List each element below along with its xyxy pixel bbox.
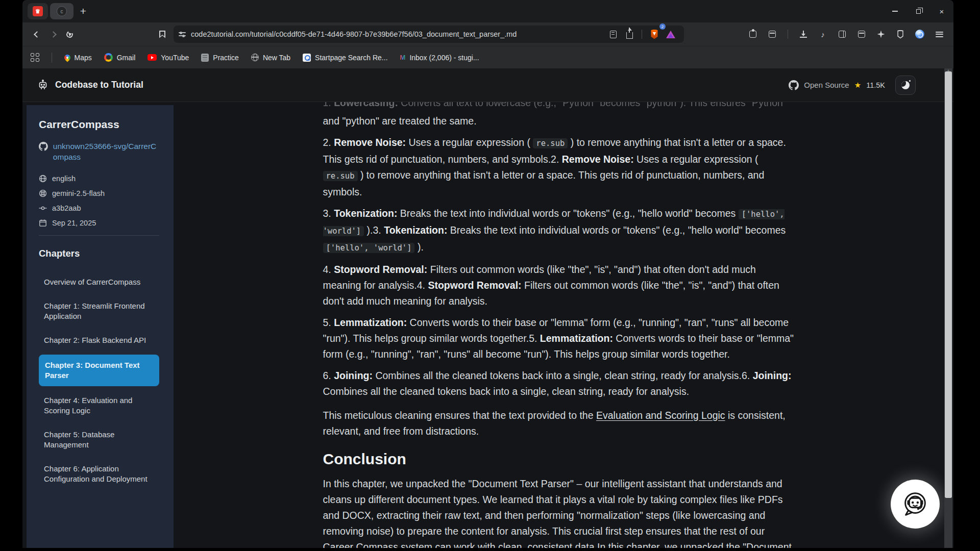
- robot-chat-icon: [899, 488, 931, 520]
- bookmark-inbox[interactable]: MInbox (2,006) - stugi...: [400, 54, 479, 62]
- date-value: Sep 21, 2025: [52, 219, 96, 227]
- model-value: gemini-2.5-flash: [52, 189, 105, 197]
- inline-code: re.sub: [533, 138, 568, 148]
- browser-window: ♛ c + × code2tutorial.com/tutorial/c0cdd…: [22, 0, 953, 548]
- hamburger-icon: [936, 32, 943, 37]
- reader-mode-button[interactable]: [605, 26, 621, 42]
- model-icon: [39, 189, 47, 197]
- share-icon: [626, 32, 633, 39]
- share-button[interactable]: [621, 26, 638, 42]
- chapter-item[interactable]: Overview of CarrerCompass: [39, 272, 159, 292]
- back-button[interactable]: [29, 26, 45, 42]
- bookmark-new-tab[interactable]: New Tab: [251, 54, 290, 62]
- chapter-label: Chapter 3: Document Text Parser: [45, 361, 140, 380]
- browser-scrollbar[interactable]: ▲: [944, 68, 952, 548]
- bookmark-youtube[interactable]: YouTube: [148, 54, 189, 62]
- reload-button[interactable]: [61, 26, 78, 42]
- commit-value: a3b2aab: [52, 204, 81, 212]
- sidebar-card-button[interactable]: [764, 26, 780, 42]
- apps-grid-button[interactable]: [31, 53, 39, 62]
- numbered-step: 5. Lemmatization: Converts words to thei…: [323, 315, 796, 362]
- open-source-link[interactable]: Open Source: [804, 81, 849, 89]
- meta-language: english: [39, 174, 159, 183]
- bookmark-startpage[interactable]: Startpage Search Re...: [303, 54, 387, 62]
- repo-link[interactable]: unknown253666-svg/CarrerCompass: [53, 141, 159, 162]
- forward-icon: [50, 31, 57, 38]
- list-item-continuation: and "python" are treated the same.: [323, 113, 796, 129]
- bookmarks-divider: [52, 53, 52, 63]
- tab-pinned[interactable]: ♛: [28, 3, 48, 19]
- leo-ai-button[interactable]: [912, 26, 928, 42]
- sidebar-toggle-button[interactable]: [834, 26, 850, 42]
- numbered-step: 3. Tokenization: Breaks the text into in…: [323, 206, 796, 256]
- minimize-button[interactable]: [883, 0, 906, 22]
- brave-rewards-button[interactable]: [663, 26, 679, 42]
- youtube-icon: [148, 54, 157, 61]
- chapter-item[interactable]: Chapter 3: Document Text Parser: [39, 355, 159, 386]
- site-header: Codebase to Tutorial Open Source ★ 11.5K: [22, 68, 953, 102]
- calendar-icon: [39, 219, 47, 227]
- brave-shields-button[interactable]: 2: [646, 26, 663, 42]
- highlights-button[interactable]: [873, 26, 889, 42]
- minimize-icon: [892, 11, 898, 12]
- inline-code: ['hello', 'world']: [323, 243, 415, 253]
- browser-toolbar: code2tutorial.com/tutorial/c0cddf05-de71…: [22, 22, 953, 46]
- web-page: Codebase to Tutorial Open Source ★ 11.5K…: [22, 68, 953, 548]
- theme-toggle-button[interactable]: [895, 76, 916, 95]
- downloads-button[interactable]: [795, 26, 812, 42]
- chapter-label: Chapter 6: Application Configuration and…: [44, 464, 148, 483]
- article-area: 1. Lowercasing: Converts all text to low…: [174, 102, 945, 548]
- apps-grid-icon: [31, 53, 39, 62]
- stars-count: 11.5K: [866, 81, 885, 89]
- url-text[interactable]: code2tutorial.com/tutorial/c0cddf05-de71…: [191, 30, 605, 38]
- reload-icon: [65, 30, 74, 39]
- maximize-icon: [916, 9, 921, 14]
- shield-outline-icon: [897, 30, 904, 39]
- browser-scrollbar-thumb[interactable]: [945, 71, 952, 498]
- chapter-item[interactable]: Chapter 1: Streamlit Frontend Applicatio…: [39, 296, 159, 326]
- bookmark-practice[interactable]: Practice: [201, 54, 239, 62]
- privacy-hub-button[interactable]: [892, 26, 909, 42]
- menu-button[interactable]: [931, 26, 947, 42]
- new-tab-button[interactable]: +: [76, 4, 91, 19]
- bookmark-button[interactable]: [154, 26, 170, 42]
- chapters-heading: Chapters: [39, 248, 159, 259]
- reader-mode-icon: [610, 31, 617, 38]
- bookmark-label: Maps: [75, 54, 92, 62]
- project-meta: english gemini-2.5-flash a3b2aab: [39, 174, 159, 227]
- globe-favicon-icon: [251, 54, 259, 61]
- back-icon: [34, 31, 40, 38]
- close-button[interactable]: ×: [930, 0, 953, 22]
- media-button[interactable]: ♪: [815, 26, 831, 42]
- bookmark-label: YouTube: [161, 54, 189, 62]
- github-icon[interactable]: [789, 80, 799, 90]
- urlbar-divider: [642, 30, 642, 39]
- page-body: CarrerCompass unknown253666-svg/CarrerCo…: [22, 102, 953, 548]
- bookmark-gmail[interactable]: Gmail: [104, 53, 136, 62]
- conclusion-heading: Conclusion: [323, 450, 796, 468]
- inline-link[interactable]: Evaluation and Scoring Logic: [596, 410, 725, 421]
- forward-button[interactable]: [45, 26, 61, 42]
- chat-assistant-button[interactable]: [891, 480, 940, 529]
- chapter-item[interactable]: Chapter 2: Flask Backend API: [39, 331, 159, 350]
- site-title: Codebase to Tutorial: [55, 80, 143, 90]
- bookmark-maps[interactable]: Maps: [64, 54, 92, 62]
- chapter-item[interactable]: Chapter 6: Application Configuration and…: [39, 459, 159, 489]
- address-bar[interactable]: code2tutorial.com/tutorial/c0cddf05-de71…: [174, 26, 684, 43]
- extensions-button[interactable]: [745, 26, 761, 42]
- tab-active[interactable]: c: [50, 3, 74, 19]
- wallet-button[interactable]: [853, 26, 870, 42]
- chapters-nav: Overview of CarrerCompass Chapter 1: Str…: [39, 272, 159, 489]
- header-right: Open Source ★ 11.5K: [789, 76, 916, 95]
- site-settings-icon[interactable]: [179, 31, 186, 37]
- chapter-label: Overview of CarrerCompass: [44, 278, 140, 286]
- github-icon: [39, 141, 48, 152]
- meta-commit: a3b2aab: [39, 204, 159, 212]
- maximize-button[interactable]: [906, 0, 930, 22]
- language-value: english: [52, 174, 76, 183]
- sidebar: CarrerCompass unknown253666-svg/CarrerCo…: [27, 105, 174, 548]
- numbered-step: 6. Joining: Combines all the cleaned tok…: [323, 368, 796, 399]
- chapter-item[interactable]: Chapter 5: Database Management: [39, 425, 159, 455]
- repo-row: unknown253666-svg/CarrerCompass: [39, 141, 159, 162]
- chapter-item[interactable]: Chapter 4: Evaluation and Scoring Logic: [39, 391, 159, 420]
